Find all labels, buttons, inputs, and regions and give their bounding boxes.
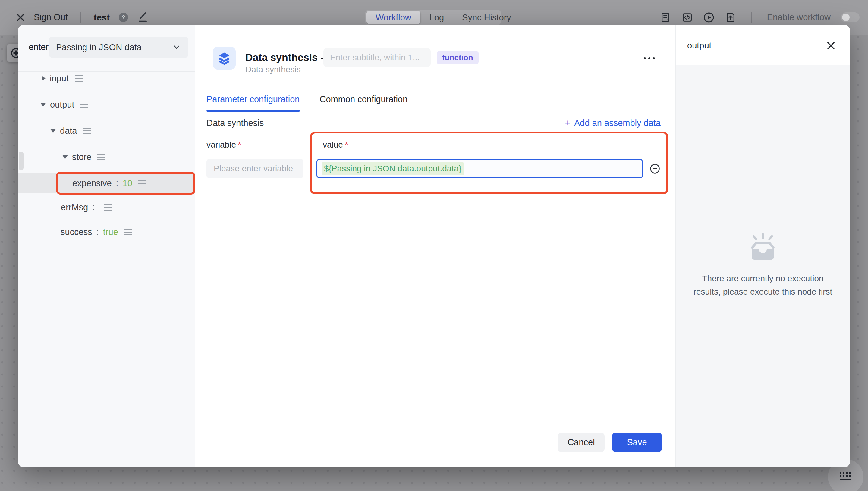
remove-row-button[interactable] <box>650 164 660 174</box>
tree-value: 10 <box>123 178 132 188</box>
drag-handle-icon[interactable] <box>124 232 132 233</box>
tree-label: store <box>72 152 91 162</box>
node-select-value: Passing in JSON data <box>56 42 142 52</box>
node-editor: Data synthesis - function Data synthesis… <box>195 25 675 467</box>
drag-handle-icon[interactable] <box>83 131 91 131</box>
tree-label: success <box>61 227 92 237</box>
tree-item-data[interactable]: data <box>50 121 91 141</box>
cancel-button[interactable]: Cancel <box>558 433 605 452</box>
chevron-down-icon <box>172 43 181 52</box>
enable-workflow-label: Enable workflow <box>767 12 831 22</box>
empty-state-line2: results, please execute this node first <box>676 285 850 298</box>
enter-label: enter <box>29 42 49 52</box>
caret-down-icon[interactable] <box>40 103 46 107</box>
scrollbar-thumb[interactable] <box>19 151 24 170</box>
code-view-icon[interactable] <box>681 12 693 23</box>
tree-label: output <box>50 100 75 110</box>
variable-field-label: variable* <box>206 140 241 150</box>
output-panel-body: There are currently no execution results… <box>676 65 850 467</box>
config-tabs: Parameter configuration Common configura… <box>195 92 675 111</box>
drag-handle-icon[interactable] <box>75 78 83 79</box>
node-title: Data synthesis - <box>245 52 324 63</box>
view-switcher: Workflow Log Sync History <box>365 10 501 25</box>
node-subtitle: Data synthesis <box>245 65 301 75</box>
tree-item-expensive[interactable]: expensive : 10 <box>72 173 146 193</box>
modal-footer: Cancel Save <box>195 433 675 452</box>
drag-handle-icon[interactable] <box>138 183 146 184</box>
add-assembly-data-button[interactable]: + Add an assembly data <box>565 118 661 128</box>
variable-input[interactable] <box>206 159 304 178</box>
tree-label: errMsg <box>61 202 88 212</box>
caret-down-icon[interactable] <box>50 129 56 133</box>
value-input[interactable]: ${Passing in JSON data.output.data} <box>316 159 643 178</box>
value-field-label: value* <box>323 140 348 150</box>
tree-item-success[interactable]: success : true <box>61 222 132 242</box>
drag-handle-icon[interactable] <box>97 156 105 157</box>
divider <box>751 12 752 23</box>
sign-out-button[interactable]: Sign Out <box>34 12 68 22</box>
tab-log[interactable]: Log <box>420 11 453 24</box>
node-type-badge: function <box>437 51 479 64</box>
more-options-button[interactable] <box>644 54 658 62</box>
document-list-icon[interactable] <box>660 12 671 23</box>
caret-right-icon[interactable] <box>41 76 46 81</box>
tree-label: expensive <box>72 178 112 188</box>
subtitle-input[interactable] <box>324 48 431 67</box>
edit-pencil-icon[interactable] <box>138 12 148 23</box>
input-source-panel: enter Passing in JSON data input output <box>18 25 195 467</box>
divider <box>81 12 81 23</box>
tree-item-store[interactable]: store <box>62 147 105 167</box>
workflow-title: test <box>94 12 110 23</box>
tree-item-errmsg[interactable]: errMsg : <box>61 197 112 217</box>
node-config-modal: enter Passing in JSON data input output <box>18 25 850 467</box>
drag-handle-icon[interactable] <box>104 207 112 208</box>
empty-state-line1: There are currently no execution <box>676 272 850 285</box>
keyboard-icon <box>838 470 853 484</box>
node-select-dropdown[interactable]: Passing in JSON data <box>49 37 188 58</box>
tab-workflow[interactable]: Workflow <box>366 11 420 24</box>
tab-parameter-configuration[interactable]: Parameter configuration <box>206 92 300 111</box>
node-type-icon <box>213 47 236 69</box>
tree-label: input <box>50 74 69 83</box>
empty-inbox-icon <box>743 233 783 264</box>
section-label: Data synthesis <box>206 118 264 128</box>
save-button[interactable]: Save <box>612 433 662 452</box>
toggle-knob <box>842 13 850 21</box>
divider <box>195 83 675 83</box>
publish-icon[interactable] <box>725 12 736 23</box>
tab-sync-history[interactable]: Sync History <box>453 11 520 24</box>
tree-item-input[interactable]: input <box>41 68 83 88</box>
run-play-icon[interactable] <box>703 12 715 23</box>
workflow-app: Sign Out test ? Workflow Log Sync Histor… <box>0 0 868 491</box>
tree-value: true <box>103 227 118 237</box>
plus-icon: + <box>565 118 570 128</box>
close-output-panel-icon[interactable] <box>827 41 836 50</box>
value-expression-token: ${Passing in JSON data.output.data} <box>321 162 464 175</box>
empty-state: There are currently no execution results… <box>676 233 850 298</box>
tree-label: data <box>60 126 77 136</box>
caret-down-icon[interactable] <box>62 155 68 159</box>
output-panel-title: output <box>687 41 711 51</box>
help-icon[interactable]: ? <box>119 13 128 22</box>
tab-common-configuration[interactable]: Common configuration <box>320 92 408 111</box>
enable-workflow-toggle[interactable] <box>841 12 860 22</box>
output-panel: output There are currently no execution … <box>675 25 850 467</box>
tree-item-output[interactable]: output <box>40 94 88 114</box>
close-icon[interactable] <box>16 12 26 23</box>
drag-handle-icon[interactable] <box>81 104 88 105</box>
